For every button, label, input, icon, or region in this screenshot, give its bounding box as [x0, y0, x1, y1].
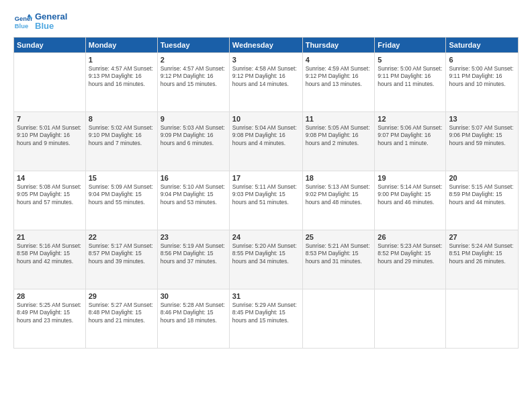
calendar-cell: 31Sunrise: 5:29 AM Sunset: 8:45 PM Dayli… — [229, 289, 302, 348]
day-number: 31 — [232, 292, 300, 300]
day-number: 24 — [232, 233, 300, 241]
day-number: 14 — [17, 174, 83, 182]
calendar-cell: 7Sunrise: 5:01 AM Sunset: 9:10 PM Daylig… — [14, 111, 86, 171]
calendar-cell: 16Sunrise: 5:10 AM Sunset: 9:04 PM Dayli… — [157, 171, 229, 230]
calendar-week-1: 1Sunrise: 4:57 AM Sunset: 9:13 PM Daylig… — [14, 52, 519, 111]
calendar-cell: 17Sunrise: 5:11 AM Sunset: 9:03 PM Dayli… — [229, 171, 302, 230]
weekday-header-thursday: Thursday — [302, 37, 375, 52]
logo-blue: Blue — [35, 21, 67, 31]
calendar-cell — [302, 289, 375, 348]
weekday-header-friday: Friday — [375, 37, 446, 52]
day-info: Sunrise: 4:58 AM Sunset: 9:12 PM Dayligh… — [232, 65, 300, 89]
weekday-header-tuesday: Tuesday — [157, 37, 229, 52]
calendar-cell: 24Sunrise: 5:20 AM Sunset: 8:55 PM Dayli… — [229, 230, 302, 289]
calendar-week-2: 7Sunrise: 5:01 AM Sunset: 9:10 PM Daylig… — [14, 111, 519, 171]
calendar-week-5: 28Sunrise: 5:25 AM Sunset: 8:49 PM Dayli… — [14, 289, 519, 348]
day-info: Sunrise: 5:23 AM Sunset: 8:52 PM Dayligh… — [378, 242, 443, 267]
day-info: Sunrise: 5:27 AM Sunset: 8:48 PM Dayligh… — [89, 302, 154, 326]
day-number: 18 — [306, 174, 372, 182]
calendar-cell — [375, 289, 446, 348]
logo-general: General — [35, 12, 67, 21]
calendar-cell: 11Sunrise: 5:05 AM Sunset: 9:08 PM Dayli… — [302, 111, 375, 171]
calendar-page: General Blue General Blue SundayMondayTu… — [0, 0, 532, 357]
day-info: Sunrise: 5:07 AM Sunset: 9:06 PM Dayligh… — [449, 124, 515, 148]
page-header: General Blue General Blue — [13, 12, 519, 32]
calendar-cell — [446, 289, 519, 348]
day-info: Sunrise: 5:08 AM Sunset: 9:05 PM Dayligh… — [17, 183, 83, 208]
calendar-cell: 4Sunrise: 4:59 AM Sunset: 9:12 PM Daylig… — [302, 52, 375, 111]
day-number: 4 — [306, 56, 372, 64]
day-info: Sunrise: 5:17 AM Sunset: 8:57 PM Dayligh… — [89, 242, 154, 267]
calendar-week-3: 14Sunrise: 5:08 AM Sunset: 9:05 PM Dayli… — [14, 171, 519, 230]
day-info: Sunrise: 5:01 AM Sunset: 9:10 PM Dayligh… — [17, 124, 83, 148]
day-info: Sunrise: 5:15 AM Sunset: 8:59 PM Dayligh… — [449, 183, 515, 208]
day-number: 25 — [306, 233, 372, 241]
day-info: Sunrise: 5:24 AM Sunset: 8:51 PM Dayligh… — [449, 242, 515, 267]
day-number: 20 — [449, 174, 515, 182]
day-info: Sunrise: 5:13 AM Sunset: 9:02 PM Dayligh… — [306, 183, 372, 208]
calendar-cell: 3Sunrise: 4:58 AM Sunset: 9:12 PM Daylig… — [229, 52, 302, 111]
day-number: 23 — [161, 233, 226, 241]
calendar-cell: 14Sunrise: 5:08 AM Sunset: 9:05 PM Dayli… — [14, 171, 86, 230]
day-info: Sunrise: 5:11 AM Sunset: 9:03 PM Dayligh… — [232, 183, 300, 208]
logo: General Blue General Blue — [13, 12, 67, 32]
calendar-cell — [14, 52, 86, 111]
calendar-cell: 27Sunrise: 5:24 AM Sunset: 8:51 PM Dayli… — [446, 230, 519, 289]
logo-icon: General Blue — [13, 12, 32, 31]
calendar-cell: 10Sunrise: 5:04 AM Sunset: 9:08 PM Dayli… — [229, 111, 302, 171]
day-number: 27 — [449, 233, 515, 241]
calendar-cell: 22Sunrise: 5:17 AM Sunset: 8:57 PM Dayli… — [85, 230, 157, 289]
calendar-cell: 23Sunrise: 5:19 AM Sunset: 8:56 PM Dayli… — [157, 230, 229, 289]
day-info: Sunrise: 5:10 AM Sunset: 9:04 PM Dayligh… — [161, 183, 226, 208]
day-info: Sunrise: 5:02 AM Sunset: 9:10 PM Dayligh… — [89, 124, 154, 148]
day-number: 29 — [89, 292, 154, 300]
svg-text:Blue: Blue — [15, 24, 28, 30]
calendar-cell: 28Sunrise: 5:25 AM Sunset: 8:49 PM Dayli… — [14, 289, 86, 348]
calendar-cell: 12Sunrise: 5:06 AM Sunset: 9:07 PM Dayli… — [375, 111, 446, 171]
day-number: 22 — [89, 233, 154, 241]
day-info: Sunrise: 5:16 AM Sunset: 8:58 PM Dayligh… — [17, 242, 83, 267]
calendar-cell: 13Sunrise: 5:07 AM Sunset: 9:06 PM Dayli… — [446, 111, 519, 171]
day-number: 1 — [89, 56, 154, 64]
calendar-cell: 26Sunrise: 5:23 AM Sunset: 8:52 PM Dayli… — [375, 230, 446, 289]
day-number: 3 — [232, 56, 300, 64]
day-number: 6 — [449, 56, 515, 64]
calendar-cell: 19Sunrise: 5:14 AM Sunset: 9:00 PM Dayli… — [375, 171, 446, 230]
day-info: Sunrise: 5:25 AM Sunset: 8:49 PM Dayligh… — [17, 302, 83, 326]
day-number: 5 — [378, 56, 443, 64]
day-number: 8 — [89, 115, 154, 123]
calendar-cell: 1Sunrise: 4:57 AM Sunset: 9:13 PM Daylig… — [85, 52, 157, 111]
calendar-cell: 9Sunrise: 5:03 AM Sunset: 9:09 PM Daylig… — [157, 111, 229, 171]
day-number: 2 — [161, 56, 226, 64]
day-info: Sunrise: 5:29 AM Sunset: 8:45 PM Dayligh… — [232, 302, 300, 326]
calendar-cell: 6Sunrise: 5:00 AM Sunset: 9:11 PM Daylig… — [446, 52, 519, 111]
day-info: Sunrise: 5:03 AM Sunset: 9:09 PM Dayligh… — [161, 124, 226, 148]
day-number: 21 — [17, 233, 83, 241]
day-info: Sunrise: 5:21 AM Sunset: 8:53 PM Dayligh… — [306, 242, 372, 267]
calendar-cell: 18Sunrise: 5:13 AM Sunset: 9:02 PM Dayli… — [302, 171, 375, 230]
day-number: 11 — [306, 115, 372, 123]
weekday-header-wednesday: Wednesday — [229, 37, 302, 52]
calendar-cell: 25Sunrise: 5:21 AM Sunset: 8:53 PM Dayli… — [302, 230, 375, 289]
day-info: Sunrise: 5:28 AM Sunset: 8:46 PM Dayligh… — [161, 302, 226, 326]
day-number: 19 — [378, 174, 443, 182]
calendar-cell: 21Sunrise: 5:16 AM Sunset: 8:58 PM Dayli… — [14, 230, 86, 289]
calendar-cell: 2Sunrise: 4:57 AM Sunset: 9:12 PM Daylig… — [157, 52, 229, 111]
calendar-cell: 8Sunrise: 5:02 AM Sunset: 9:10 PM Daylig… — [85, 111, 157, 171]
calendar-cell: 20Sunrise: 5:15 AM Sunset: 8:59 PM Dayli… — [446, 171, 519, 230]
day-info: Sunrise: 5:20 AM Sunset: 8:55 PM Dayligh… — [232, 242, 300, 267]
day-info: Sunrise: 5:19 AM Sunset: 8:56 PM Dayligh… — [161, 242, 226, 267]
day-number: 16 — [161, 174, 226, 182]
day-info: Sunrise: 4:57 AM Sunset: 9:13 PM Dayligh… — [89, 65, 154, 89]
day-number: 26 — [378, 233, 443, 241]
day-number: 9 — [161, 115, 226, 123]
day-number: 30 — [161, 292, 226, 300]
calendar-cell: 29Sunrise: 5:27 AM Sunset: 8:48 PM Dayli… — [85, 289, 157, 348]
header-row: SundayMondayTuesdayWednesdayThursdayFrid… — [14, 37, 519, 52]
day-info: Sunrise: 5:04 AM Sunset: 9:08 PM Dayligh… — [232, 124, 300, 148]
day-number: 13 — [449, 115, 515, 123]
day-number: 17 — [232, 174, 300, 182]
day-info: Sunrise: 5:09 AM Sunset: 9:04 PM Dayligh… — [89, 183, 154, 208]
calendar-cell: 30Sunrise: 5:28 AM Sunset: 8:46 PM Dayli… — [157, 289, 229, 348]
weekday-header-monday: Monday — [85, 37, 157, 52]
